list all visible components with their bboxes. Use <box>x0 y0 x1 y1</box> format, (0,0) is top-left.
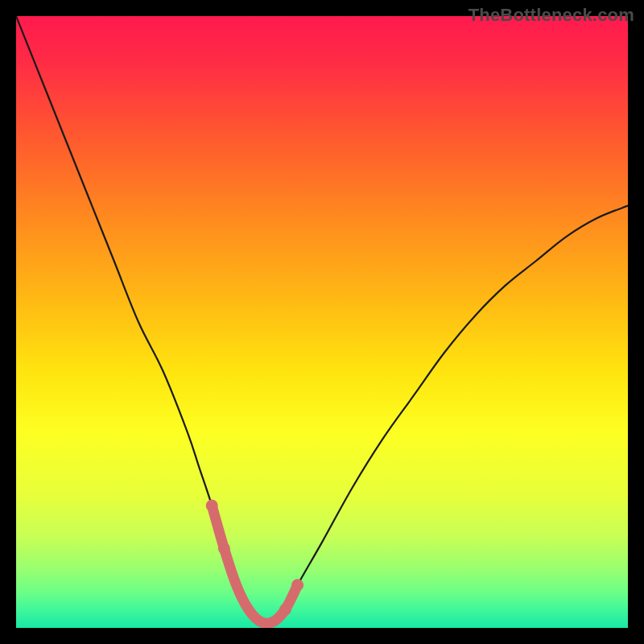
watermark-text: TheBottleneck.com <box>469 5 634 26</box>
svg-point-2 <box>279 604 291 616</box>
svg-point-1 <box>218 543 230 555</box>
svg-point-3 <box>291 579 303 591</box>
gradient-background <box>16 16 628 628</box>
chart-frame: TheBottleneck.com <box>0 0 644 644</box>
svg-point-0 <box>206 500 218 512</box>
chart-plot <box>16 16 628 628</box>
